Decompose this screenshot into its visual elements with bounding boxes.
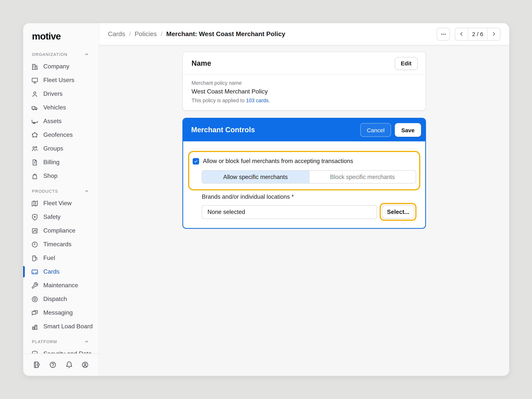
card-stack: Name Edit Merchant policy name West Coas… <box>182 52 426 229</box>
sidebar-item-compliance[interactable]: Compliance <box>23 224 99 238</box>
cards-icon <box>31 268 38 275</box>
allow-block-checkbox[interactable] <box>193 158 199 164</box>
block-specific-merchants-tab[interactable]: Block specific merchants <box>309 171 416 183</box>
sidebar-item-cards[interactable]: Cards <box>23 265 99 279</box>
sidebar-section-organization[interactable]: ORGANIZATION <box>23 49 99 60</box>
chevron-right-icon <box>491 32 496 37</box>
company-icon <box>31 63 38 70</box>
merchant-controls-body: Allow or block fuel merchants from accep… <box>183 148 425 228</box>
edit-button[interactable]: Edit <box>395 57 418 70</box>
fleet-view-icon <box>31 200 38 207</box>
allow-block-checkbox-row: Allow or block fuel merchants from accep… <box>191 158 417 165</box>
chevron-up-icon <box>84 339 89 344</box>
maintenance-icon <box>31 282 38 289</box>
sidebar-item-fleet-users[interactable]: Fleet Users <box>23 73 99 87</box>
policy-name-label: Merchant policy name <box>191 80 417 86</box>
bell-icon <box>65 361 73 369</box>
chevron-up-icon <box>84 189 89 193</box>
breadcrumb-current: Merchant: West Coast Merchant Policy <box>166 30 285 38</box>
chevron-left-icon <box>459 32 464 37</box>
merchant-controls-actions: Cancel Save <box>361 123 421 137</box>
sidebar-item-maintenance[interactable]: Maintenance <box>23 279 99 292</box>
fuel-icon <box>31 254 38 262</box>
merchant-controls-header: Merchant Controls Cancel Save <box>183 119 425 141</box>
sidebar-item-messaging[interactable]: Messaging <box>23 306 99 320</box>
book-pin-icon <box>33 361 41 369</box>
topbar-actions: 2 / 6 <box>437 28 500 40</box>
breadcrumb: Cards / Policies / Merchant: West Coast … <box>108 30 285 38</box>
notifications-button[interactable] <box>64 360 74 369</box>
brands-locations-label: Brands and/or individual locations * <box>202 193 417 200</box>
divider <box>192 148 417 149</box>
sidebar-item-company[interactable]: Company <box>23 60 99 73</box>
next-page-button[interactable] <box>488 28 500 40</box>
content-area: Name Edit Merchant policy name West Coas… <box>99 45 509 376</box>
applied-suffix: . <box>268 98 270 103</box>
sidebar-footer <box>23 353 99 376</box>
pagination-control: 2 / 6 <box>455 28 500 40</box>
breadcrumb-link-policies[interactable]: Policies <box>134 30 157 38</box>
logo-row: motive <box>23 23 99 49</box>
select-merchants-button[interactable]: Select... <box>382 205 414 218</box>
sidebar-item-safety[interactable]: Safety <box>23 210 99 224</box>
prev-page-button[interactable] <box>455 28 468 40</box>
sidebar-nav: motive ORGANIZATION Company Fleet Users … <box>23 23 99 353</box>
shop-icon <box>31 172 38 180</box>
sidebar: motive ORGANIZATION Company Fleet Users … <box>23 23 99 376</box>
vehicles-icon <box>31 104 38 111</box>
applied-cards-link[interactable]: 103 cards <box>246 98 269 103</box>
sidebar-section-products[interactable]: PRODUCTS <box>23 186 99 196</box>
select-button-highlight: Select... <box>380 203 417 221</box>
merchant-controls-highlight: Allow or block fuel merchants from accep… <box>188 151 420 190</box>
brands-locations-row: None selected Select... <box>202 203 417 221</box>
sidebar-item-geofences[interactable]: Geofences <box>23 128 99 142</box>
messaging-icon <box>31 309 38 316</box>
sidebar-section-platform[interactable]: PLATFORM <box>23 336 99 347</box>
account-button[interactable] <box>81 360 90 369</box>
billing-icon <box>31 159 38 166</box>
name-card-body: Merchant policy name West Coast Merchant… <box>183 75 426 110</box>
sidebar-item-security-and-data[interactable]: Security and Data <box>23 347 99 353</box>
sidebar-item-drivers[interactable]: Drivers <box>23 87 99 101</box>
name-card-header: Name Edit <box>183 52 426 75</box>
sidebar-item-dispatch[interactable]: Dispatch <box>23 292 99 306</box>
fleet-users-icon <box>31 76 38 84</box>
breadcrumb-separator: / <box>129 30 131 38</box>
sidebar-item-fuel[interactable]: Fuel <box>23 251 99 265</box>
save-button[interactable]: Save <box>395 123 421 137</box>
check-icon <box>194 159 198 163</box>
geofences-icon <box>31 131 38 139</box>
groups-icon <box>31 145 38 152</box>
allow-specific-merchants-tab[interactable]: Allow specific merchants <box>202 171 309 183</box>
sidebar-item-assets[interactable]: Assets <box>23 114 99 128</box>
help-button[interactable] <box>48 360 57 369</box>
sidebar-item-smart-load-board[interactable]: Smart Load Board <box>23 320 99 333</box>
sidebar-item-fleet-view[interactable]: Fleet View <box>23 196 99 210</box>
brands-locations-input[interactable]: None selected <box>202 205 377 219</box>
security-and-data-icon <box>31 350 38 353</box>
resources-button[interactable] <box>32 360 41 369</box>
merchant-controls-card: Merchant Controls Cancel Save <box>182 118 426 229</box>
merchant-controls-title: Merchant Controls <box>191 126 255 134</box>
smart-load-board-icon <box>31 323 38 330</box>
motive-logo: motive <box>32 31 61 42</box>
timecards-icon <box>31 241 38 248</box>
help-icon <box>49 361 57 369</box>
merchant-mode-segmented-control: Allow specific merchants Block specific … <box>202 170 416 184</box>
name-card: Name Edit Merchant policy name West Coas… <box>182 52 426 111</box>
sidebar-item-vehicles[interactable]: Vehicles <box>23 101 99 114</box>
breadcrumb-separator: / <box>161 30 162 38</box>
policy-name-value: West Coast Merchant Policy <box>191 88 417 95</box>
sidebar-item-shop[interactable]: Shop <box>23 169 99 183</box>
cancel-button[interactable]: Cancel <box>361 123 391 137</box>
topbar: Cards / Policies / Merchant: West Coast … <box>99 23 509 45</box>
applied-prefix: This policy is applied to <box>191 98 246 103</box>
sidebar-item-timecards[interactable]: Timecards <box>23 238 99 251</box>
ellipsis-icon <box>440 31 446 37</box>
more-actions-button[interactable] <box>437 28 450 40</box>
sidebar-item-billing[interactable]: Billing <box>23 155 99 169</box>
drivers-icon <box>31 90 38 97</box>
name-card-title: Name <box>191 59 211 67</box>
breadcrumb-link-cards[interactable]: Cards <box>108 30 125 38</box>
sidebar-item-groups[interactable]: Groups <box>23 142 99 155</box>
